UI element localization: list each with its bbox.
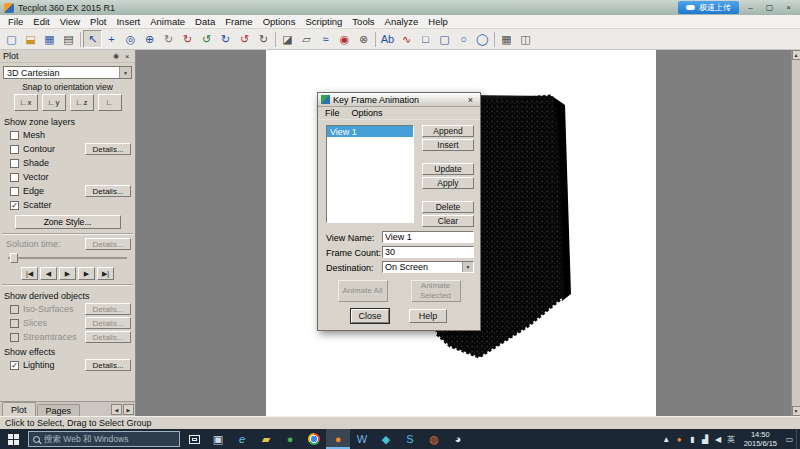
twist-rotate-tool-icon[interactable]: ↺ bbox=[235, 30, 254, 48]
titlebar[interactable]: Tecplot 360 EX 2015 R1 极速上传 – ▢ × bbox=[0, 0, 800, 15]
polyline-tool-icon[interactable]: ∿ bbox=[397, 30, 416, 48]
task-view-button[interactable] bbox=[182, 429, 206, 449]
animate-all-button[interactable]: Animate All bbox=[338, 280, 388, 302]
menu-animate[interactable]: Animate bbox=[145, 15, 190, 28]
checkbox-scatter[interactable]: ✓ bbox=[10, 201, 19, 210]
append-button[interactable]: Append bbox=[422, 125, 474, 137]
checkbox-contour[interactable] bbox=[10, 145, 19, 154]
menu-edit[interactable]: Edit bbox=[28, 15, 54, 28]
menu-data[interactable]: Data bbox=[190, 15, 220, 28]
taskbar-app-360[interactable]: ● bbox=[278, 429, 302, 449]
snap-x-view-button[interactable]: ∟x bbox=[14, 94, 38, 111]
text-tool-icon[interactable]: Ab bbox=[378, 30, 397, 48]
checkbox-edge[interactable] bbox=[10, 187, 19, 196]
menu-analyze[interactable]: Analyze bbox=[380, 15, 424, 28]
step-back-button[interactable]: ◀ bbox=[40, 267, 57, 280]
plot-type-dropdown[interactable]: 3D Cartesian ▼ bbox=[3, 66, 132, 79]
rollerball-rotate-tool-icon[interactable]: ↻ bbox=[254, 30, 273, 48]
close-button[interactable]: Close bbox=[351, 309, 389, 323]
details-button-slices[interactable]: Details... bbox=[85, 317, 131, 329]
menu-file[interactable]: File bbox=[3, 15, 28, 28]
keyframe-list[interactable]: View 1 bbox=[326, 125, 414, 223]
menu-help[interactable]: Help bbox=[423, 15, 453, 28]
taskbar-app-skype[interactable]: S bbox=[398, 429, 422, 449]
create-zone-icon[interactable]: ▦ bbox=[497, 30, 516, 48]
tab-scroll-right-icon[interactable]: ▶ bbox=[123, 404, 134, 415]
adjustor-tool-icon[interactable]: + bbox=[102, 30, 121, 48]
menu-scripting[interactable]: Scripting bbox=[300, 15, 347, 28]
volume-icon[interactable]: ◀ bbox=[712, 429, 725, 449]
maximize-button[interactable]: ▢ bbox=[762, 2, 777, 13]
streamtrace-tool-icon[interactable]: ≈ bbox=[316, 30, 335, 48]
open-layout-icon[interactable]: ⬓ bbox=[21, 30, 40, 48]
taskbar-app-window[interactable]: ▣ bbox=[206, 429, 230, 449]
probe-tool-icon[interactable]: ⊗ bbox=[354, 30, 373, 48]
ime-indicator[interactable]: 英 bbox=[725, 429, 738, 449]
checkbox-iso-surfaces[interactable] bbox=[10, 305, 19, 314]
step-forward-button[interactable]: ▶ bbox=[78, 267, 95, 280]
taskbar-app-tecplot[interactable]: ● bbox=[326, 429, 350, 449]
selector-tool-icon[interactable]: ↖ bbox=[83, 30, 102, 48]
taskbar-app-viewer[interactable]: ◆ bbox=[374, 429, 398, 449]
details-button-contour[interactable]: Details... bbox=[85, 143, 131, 155]
dialog-close-icon[interactable]: × bbox=[464, 94, 477, 105]
details-button-streamtraces[interactable]: Details... bbox=[85, 331, 131, 343]
dialog-menu-options[interactable]: Options bbox=[352, 108, 383, 118]
tab-pages[interactable]: Pages bbox=[37, 404, 81, 416]
details-button-edge[interactable]: Details... bbox=[85, 185, 131, 197]
tab-scroll-left-icon[interactable]: ◀ bbox=[111, 404, 122, 415]
new-layout-icon[interactable]: ▢ bbox=[2, 30, 21, 48]
rotate-x-tool-icon[interactable]: ↻ bbox=[178, 30, 197, 48]
delete-button[interactable]: Delete bbox=[422, 201, 474, 213]
vertical-scrollbar[interactable]: ▲ ▼ bbox=[791, 50, 800, 416]
iso-surface-tool-icon[interactable]: ▱ bbox=[297, 30, 316, 48]
taskbar-search[interactable] bbox=[28, 431, 180, 447]
pin-icon[interactable]: ◉ bbox=[113, 52, 119, 60]
contour-add-tool-icon[interactable]: ◉ bbox=[335, 30, 354, 48]
insert-button[interactable]: Insert bbox=[422, 139, 474, 151]
checkbox-streamtraces[interactable] bbox=[10, 333, 19, 342]
taskbar-app-word[interactable]: W bbox=[350, 429, 374, 449]
rotate-y-tool-icon[interactable]: ↺ bbox=[197, 30, 216, 48]
checkbox-vector[interactable] bbox=[10, 173, 19, 182]
keyframe-item[interactable]: View 1 bbox=[327, 126, 413, 137]
zone-style-button[interactable]: Zone Style... bbox=[15, 215, 121, 229]
apply-button[interactable]: Apply bbox=[422, 177, 474, 189]
animate-selected-button[interactable]: Animate Selected bbox=[411, 280, 461, 302]
play-button[interactable]: ▶ bbox=[59, 267, 76, 280]
taskbar-app-qq[interactable]: ◕ bbox=[446, 429, 470, 449]
rounded-rect-tool-icon[interactable]: ▢ bbox=[435, 30, 454, 48]
details-button-lighting[interactable]: Details... bbox=[85, 359, 131, 371]
scroll-down-icon[interactable]: ▼ bbox=[792, 406, 800, 416]
snap-z-view-button[interactable]: ∟z bbox=[70, 94, 94, 111]
snap-y-view-button[interactable]: ∟y bbox=[42, 94, 66, 111]
menu-plot[interactable]: Plot bbox=[85, 15, 111, 28]
network-icon[interactable]: ▟ bbox=[699, 429, 712, 449]
details-button-iso-surfaces[interactable]: Details... bbox=[85, 303, 131, 315]
sidebar-close-icon[interactable]: × bbox=[122, 52, 132, 61]
menu-frame[interactable]: Frame bbox=[220, 15, 257, 28]
smooth-rotate-tool-icon[interactable]: ↻ bbox=[159, 30, 178, 48]
menu-view[interactable]: View bbox=[55, 15, 85, 28]
clear-button[interactable]: Clear bbox=[422, 215, 474, 227]
menu-tools[interactable]: Tools bbox=[347, 15, 379, 28]
rectangle-tool-icon[interactable]: □ bbox=[416, 30, 435, 48]
snap-iso-view-button[interactable]: ∟ bbox=[98, 94, 122, 111]
minimize-button[interactable]: – bbox=[743, 2, 758, 13]
menu-insert[interactable]: Insert bbox=[111, 15, 145, 28]
save-layout-icon[interactable]: ▦ bbox=[40, 30, 59, 48]
taskbar-clock[interactable]: 14:50 2015/6/15 bbox=[738, 430, 783, 449]
checkbox-slices[interactable] bbox=[10, 319, 19, 328]
checkbox-shade[interactable] bbox=[10, 159, 19, 168]
dialog-menu-file[interactable]: File bbox=[325, 108, 340, 118]
tray-tecplot-icon[interactable]: ● bbox=[673, 429, 686, 449]
slice-tool-icon[interactable]: ◪ bbox=[278, 30, 297, 48]
scroll-up-icon[interactable]: ▲ bbox=[792, 50, 800, 60]
tray-expand-icon[interactable]: ▲ bbox=[660, 429, 673, 449]
taskbar-app-ie[interactable]: e bbox=[230, 429, 254, 449]
print-icon[interactable]: ▤ bbox=[59, 30, 78, 48]
battery-icon[interactable]: ▮ bbox=[686, 429, 699, 449]
jump-end-button[interactable]: ▶| bbox=[97, 267, 114, 280]
checkbox-mesh[interactable] bbox=[10, 131, 19, 140]
slider-thumb[interactable] bbox=[10, 253, 18, 263]
